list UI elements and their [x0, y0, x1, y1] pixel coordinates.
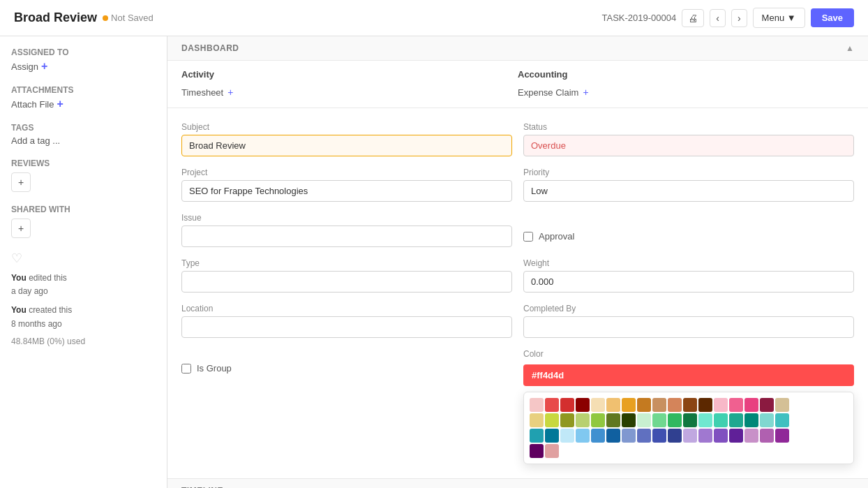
color-swatch[interactable] [744, 413, 758, 427]
color-swatch[interactable] [591, 398, 605, 412]
location-input[interactable] [181, 316, 512, 338]
assign-plus-icon: + [41, 60, 47, 73]
color-swatch[interactable] [530, 429, 544, 443]
issue-input[interactable] [181, 225, 512, 247]
type-input[interactable] [181, 271, 512, 293]
color-swatch[interactable] [560, 413, 574, 427]
color-swatch[interactable] [545, 444, 559, 458]
color-swatch[interactable] [714, 398, 728, 412]
completed-by-group: Completed By [523, 304, 854, 338]
color-swatch[interactable] [760, 413, 774, 427]
color-swatch[interactable] [775, 429, 789, 443]
color-swatch[interactable] [760, 398, 774, 412]
print-button[interactable]: 🖨 [682, 9, 704, 27]
form-section: Subject Status Project [167, 108, 868, 479]
color-swatch[interactable] [637, 398, 651, 412]
color-swatch[interactable] [698, 398, 712, 412]
color-swatch[interactable] [744, 398, 758, 412]
color-swatch[interactable] [668, 429, 682, 443]
color-swatch[interactable] [545, 413, 559, 427]
add-tag-action[interactable]: Add a tag ... [11, 135, 156, 146]
is-group-label[interactable]: Is Group [197, 363, 232, 374]
sidebar-tags: Tags Add a tag ... [11, 123, 156, 146]
color-swatch[interactable] [545, 429, 559, 443]
color-swatch[interactable] [683, 429, 697, 443]
priority-input[interactable] [523, 180, 854, 202]
header: Broad Review Not Saved TASK-2019-00004 🖨… [0, 0, 868, 36]
color-swatch[interactable] [652, 413, 666, 427]
color-swatch[interactable] [530, 398, 544, 412]
color-swatch[interactable] [622, 413, 636, 427]
color-swatch[interactable] [729, 398, 743, 412]
color-swatch[interactable] [668, 398, 682, 412]
color-swatch[interactable] [576, 413, 590, 427]
sidebar-reviews: Reviews + [11, 158, 156, 192]
dashboard-bar[interactable]: DASHBOARD ▲ [167, 36, 868, 61]
approval-checkbox[interactable] [523, 232, 533, 242]
expense-claim-item[interactable]: Expense Claim + [518, 85, 854, 99]
color-swatch[interactable] [744, 429, 758, 443]
color-swatch[interactable] [652, 429, 666, 443]
color-swatch[interactable] [606, 398, 620, 412]
color-swatch[interactable] [576, 429, 590, 443]
add-shared-button[interactable]: + [11, 219, 31, 238]
not-saved-badge: Not Saved [103, 13, 154, 23]
location-label: Location [181, 304, 512, 313]
task-id: TASK-2019-00004 [602, 13, 677, 23]
next-button[interactable]: › [731, 9, 747, 27]
color-swatch[interactable] [591, 413, 605, 427]
color-swatch[interactable] [530, 444, 544, 458]
color-swatch[interactable] [622, 429, 636, 443]
color-swatch[interactable] [714, 413, 728, 427]
color-swatch[interactable] [606, 429, 620, 443]
timeline-bar[interactable]: TIMELINE ▼ [167, 479, 868, 488]
color-swatch[interactable] [668, 413, 682, 427]
color-swatch[interactable] [775, 413, 789, 427]
color-swatch[interactable] [622, 398, 636, 412]
subject-input[interactable] [181, 135, 512, 156]
color-button[interactable]: #ff4d4d [523, 364, 854, 386]
color-swatch[interactable] [775, 398, 789, 412]
timesheet-plus-icon: + [227, 87, 233, 98]
color-swatch[interactable] [683, 413, 697, 427]
status-input[interactable] [523, 135, 854, 156]
timesheet-item[interactable]: Timesheet + [181, 85, 518, 99]
color-swatch[interactable] [545, 398, 559, 412]
color-swatch[interactable] [560, 398, 574, 412]
dashboard-title: DASHBOARD [181, 43, 239, 53]
project-input[interactable] [181, 180, 512, 202]
prev-button[interactable]: ‹ [710, 9, 726, 27]
chevron-up-icon: ▲ [846, 43, 854, 53]
color-swatch[interactable] [530, 413, 544, 427]
approval-checkbox-label[interactable]: Approval [539, 231, 574, 242]
color-swatch[interactable] [683, 398, 697, 412]
color-swatch[interactable] [729, 413, 743, 427]
color-swatch[interactable] [637, 413, 651, 427]
is-group-checkbox[interactable] [181, 364, 191, 374]
form-grid: Subject Status Project [181, 122, 854, 464]
color-swatch[interactable] [591, 429, 605, 443]
completed-by-input[interactable] [523, 316, 854, 338]
color-swatch[interactable] [606, 413, 620, 427]
save-button[interactable]: Save [811, 8, 854, 27]
menu-button[interactable]: Menu ▼ [753, 8, 805, 28]
sidebar-shared-with: Shared With + [11, 205, 156, 238]
color-swatch[interactable] [560, 429, 574, 443]
color-swatch[interactable] [652, 398, 666, 412]
assign-action[interactable]: Assign + [11, 60, 156, 73]
color-swatch[interactable] [714, 429, 728, 443]
tags-label: Tags [11, 123, 156, 133]
type-group: Type [181, 258, 512, 293]
color-swatch[interactable] [760, 429, 774, 443]
color-swatch[interactable] [637, 429, 651, 443]
header-left: Broad Review Not Saved [14, 10, 154, 25]
attach-file-action[interactable]: Attach File + [11, 98, 156, 110]
color-swatch[interactable] [729, 429, 743, 443]
weight-input[interactable] [523, 271, 854, 293]
color-swatch[interactable] [698, 413, 712, 427]
color-swatch[interactable] [698, 429, 712, 443]
add-review-button[interactable]: + [11, 172, 31, 192]
color-swatch[interactable] [576, 398, 590, 412]
unsaved-indicator-icon [103, 15, 108, 21]
app-container: Broad Review Not Saved TASK-2019-00004 🖨… [0, 0, 868, 488]
